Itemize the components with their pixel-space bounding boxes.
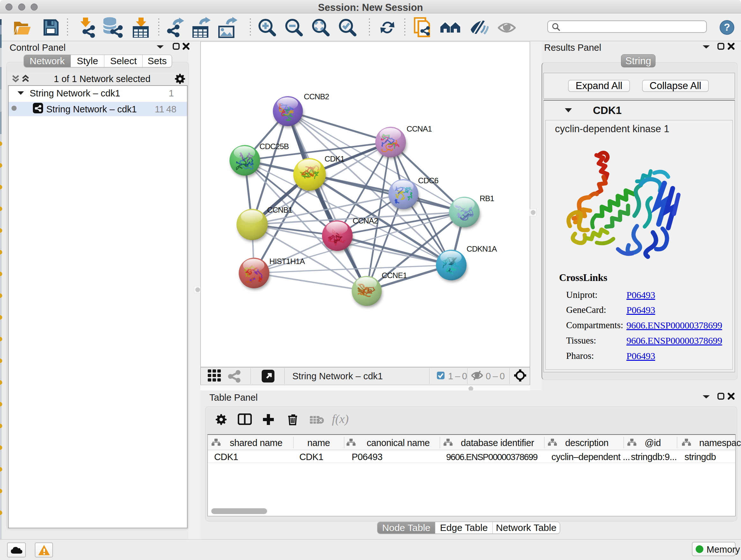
svg-text:CCNB2: CCNB2 [304, 92, 329, 101]
svg-text:CDC6: CDC6 [418, 176, 439, 185]
svg-text:CCNB1: CCNB1 [267, 206, 292, 214]
svg-text:CCNE1: CCNE1 [382, 271, 407, 280]
svg-text:CDK1: CDK1 [325, 154, 344, 163]
svg-text:CDC25B: CDC25B [259, 142, 289, 151]
svg-text:CCNA2: CCNA2 [353, 216, 378, 225]
svg-text:RB1: RB1 [480, 194, 494, 203]
svg-text:CDKN1A: CDKN1A [467, 245, 497, 253]
svg-text:?: ? [724, 21, 730, 33]
svg-text:CCNA1: CCNA1 [407, 125, 432, 133]
svg-text:HIST1H1A: HIST1H1A [269, 257, 305, 266]
